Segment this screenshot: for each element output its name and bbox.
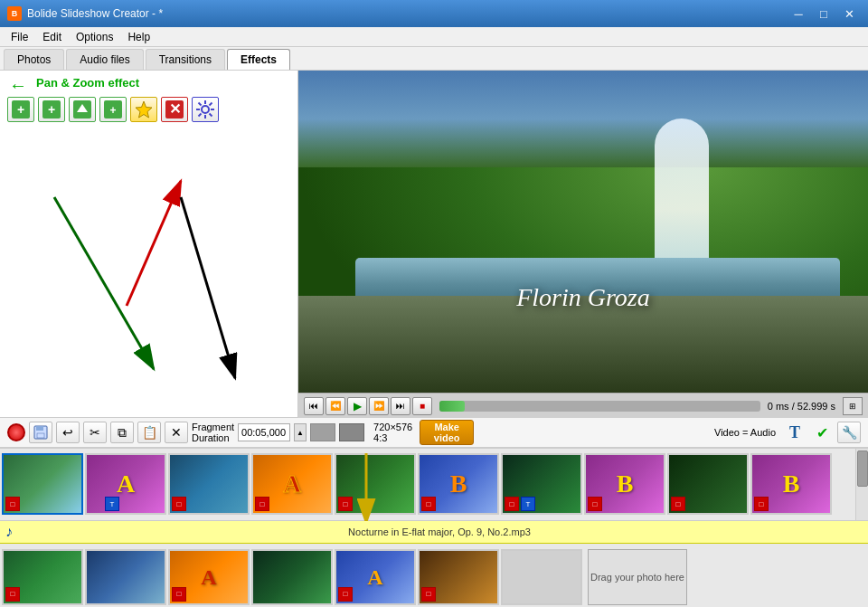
- aspect-ratio-button[interactable]: ⊞: [843, 397, 863, 415]
- titlebar: B Bolide Slideshow Creator - * ─ □ ✕: [0, 0, 868, 27]
- drag-photo-area[interactable]: Drag your photo here: [588, 549, 687, 605]
- wrench-button[interactable]: 🔧: [837, 422, 861, 443]
- thumb-letter-2: A: [117, 469, 135, 498]
- bottom-thumb-5[interactable]: A □: [335, 549, 416, 605]
- bottom-thumb-2[interactable]: [85, 549, 166, 605]
- thumb-overlay-7b: T: [521, 497, 535, 511]
- timeline-thumb-5[interactable]: □: [335, 453, 416, 515]
- move-up-button[interactable]: [69, 97, 96, 122]
- cut-button[interactable]: ✂: [83, 422, 107, 443]
- back-arrow-button[interactable]: ←: [7, 76, 29, 94]
- effects-toolbar: + + + ✕: [0, 93, 297, 126]
- text-overlay-button[interactable]: T: [783, 422, 807, 443]
- step-forward-button[interactable]: ⏩: [369, 397, 389, 415]
- bottom-scrollbar[interactable]: [855, 449, 868, 516]
- step-back-button[interactable]: ⏪: [326, 397, 345, 415]
- confirm-button[interactable]: ✔: [810, 422, 834, 443]
- timeline-thumb-8[interactable]: B □: [584, 453, 665, 515]
- maximize-button[interactable]: □: [812, 5, 835, 23]
- thumb-letter-4: A: [283, 469, 301, 498]
- bottom-thumb-7[interactable]: [501, 549, 582, 605]
- move-down-button[interactable]: +: [99, 97, 127, 122]
- right-panel: Florin Groza ⏮ ⏪ ▶ ⏩ ⏭ ■ 0 ms / 52.999 s…: [298, 71, 868, 417]
- svg-marker-8: [136, 101, 152, 118]
- copy-button[interactable]: ⧉: [110, 422, 134, 443]
- duration-spinner-up[interactable]: ▲: [294, 423, 307, 441]
- timeline-thumb-1[interactable]: □: [2, 453, 83, 515]
- svg-text:+: +: [48, 102, 55, 117]
- color-box-1: [310, 423, 335, 441]
- tab-effects[interactable]: Effects: [227, 49, 290, 70]
- bottom-thumb-1[interactable]: □: [2, 549, 83, 605]
- timeline-strip: □ A T □ A □ □ B □ □ T B: [0, 449, 868, 521]
- settings-button[interactable]: [192, 97, 219, 122]
- delete-button[interactable]: ✕: [161, 97, 188, 122]
- goto-end-button[interactable]: ⏭: [391, 397, 410, 415]
- bottom-letter-5: A: [367, 564, 382, 589]
- menubar: File Edit Options Help: [0, 27, 868, 47]
- progress-bar[interactable]: [439, 401, 760, 412]
- thumb-overlay-1: □: [5, 497, 20, 511]
- timeline-thumb-6[interactable]: B □: [418, 453, 499, 515]
- fragment-label: FragmentDuration: [192, 422, 234, 443]
- stop-button[interactable]: ■: [412, 397, 432, 415]
- close-button[interactable]: ✕: [837, 5, 861, 23]
- arrows-overlay: [0, 125, 298, 414]
- bottom-overlay-6: □: [421, 587, 436, 602]
- tab-transitions[interactable]: Transitions: [146, 49, 225, 70]
- timeline-area: □ A T □ A □ □ B □ □ T B: [0, 448, 868, 607]
- bottom-thumb-6[interactable]: □: [418, 549, 499, 605]
- svg-line-17: [210, 114, 212, 117]
- undo-button[interactable]: ↩: [56, 422, 80, 443]
- make-video-button[interactable]: Make video: [420, 420, 474, 445]
- thumb-overlay-7: □: [505, 497, 519, 511]
- window-title: Bolide Slideshow Creator - *: [27, 7, 787, 20]
- svg-line-24: [127, 181, 181, 306]
- timeline-thumb-7[interactable]: □ T: [501, 453, 582, 515]
- time-display: 0 ms / 52.999 s: [768, 401, 835, 412]
- thumb-overlay-9: □: [671, 497, 685, 511]
- thumb-letter-6: B: [450, 469, 467, 498]
- menu-options[interactable]: Options: [69, 29, 120, 45]
- menu-edit[interactable]: Edit: [35, 29, 69, 45]
- menu-help[interactable]: Help: [120, 29, 157, 45]
- add-start-button[interactable]: +: [7, 97, 34, 122]
- audio-note-icon: ♪: [5, 524, 13, 540]
- play-button[interactable]: ▶: [347, 397, 367, 415]
- svg-line-25: [54, 197, 154, 369]
- action-toolbar: ↩ ✂ ⧉ 📋 ✕ FragmentDuration ▲ 720×5764:3 …: [0, 417, 868, 448]
- record-button[interactable]: [7, 423, 25, 441]
- timeline-thumb-2[interactable]: A T: [85, 453, 166, 515]
- bottom-overlay-1: □: [5, 587, 20, 602]
- video-audio-label: Video = Audio: [714, 427, 776, 438]
- timeline-thumb-3[interactable]: □: [168, 453, 250, 515]
- timeline-thumb-9[interactable]: □: [667, 453, 749, 515]
- pan-zoom-label: Pan & Zoom effect: [0, 71, 297, 93]
- tabbar: Photos Audio files Transitions Effects: [0, 47, 868, 71]
- thumb-overlay-5: □: [338, 497, 353, 511]
- duration-input[interactable]: [238, 423, 290, 441]
- video-preview: Florin Groza: [298, 71, 868, 393]
- svg-text:+: +: [17, 102, 24, 117]
- goto-start-button[interactable]: ⏮: [304, 397, 324, 415]
- bottom-scrollbar-thumb[interactable]: [857, 451, 868, 487]
- bottom-thumb-4[interactable]: [251, 549, 333, 605]
- tab-photos[interactable]: Photos: [4, 49, 64, 70]
- paste-button[interactable]: 📋: [137, 422, 161, 443]
- save-button[interactable]: [29, 422, 52, 443]
- resolution-label: 720×5764:3: [373, 422, 412, 443]
- bottom-thumb-3[interactable]: A □: [168, 549, 250, 605]
- timeline-thumb-4[interactable]: A □: [251, 453, 333, 515]
- color-box-2: [339, 423, 364, 441]
- tab-audio[interactable]: Audio files: [66, 49, 143, 70]
- star-button[interactable]: [130, 97, 157, 122]
- delete-item-button[interactable]: ✕: [165, 422, 188, 443]
- minimize-button[interactable]: ─: [787, 5, 810, 23]
- thumb-letter-8: B: [617, 469, 634, 498]
- timeline-thumb-10[interactable]: B □: [750, 453, 832, 515]
- menu-file[interactable]: File: [4, 29, 35, 45]
- audio-track: ♪ Nocturne in E-flat major, Op. 9, No.2.…: [0, 521, 868, 545]
- add-end-button[interactable]: +: [38, 97, 65, 122]
- svg-rect-28: [36, 426, 43, 431]
- svg-rect-29: [37, 433, 44, 438]
